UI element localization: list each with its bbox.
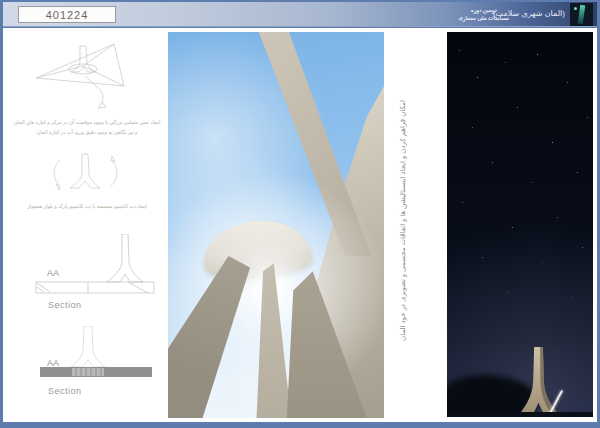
ground-line <box>447 412 593 417</box>
entry-number: 401224 <box>46 9 89 21</box>
entry-number-box: 401224 <box>18 6 116 23</box>
application-window: 401224 دومین دوره مسابقات ملی معماری (ال… <box>0 0 600 428</box>
rotation-diagram <box>43 150 128 200</box>
board-title: (المان شهری سلامت) <box>493 9 565 18</box>
vertical-note: امکان فراهم کردن و ایجاد اینستالیشن ها و… <box>399 100 407 378</box>
section2-title: Section <box>48 386 82 396</box>
board-content: ایجاد حس مقیاس بزرگی با وجود موقعیت آن د… <box>3 28 597 422</box>
axonometric-caption-line2: و نیز نگاهی به وجود دقیق ورود آب در کنار… <box>9 128 165 137</box>
section1-title: Section <box>48 300 82 310</box>
section-filled-sketch-icon <box>28 326 158 384</box>
night-monument-render <box>447 32 593 417</box>
rotation-sketch-icon <box>43 150 128 200</box>
axonometric-diagram <box>28 36 148 116</box>
competition-logo-icon <box>570 3 593 26</box>
section-filled-diagram <box>28 326 158 384</box>
section-outline-sketch-icon <box>28 234 158 298</box>
window-titlebar[interactable]: 401224 دومین دوره مسابقات ملی معماری (ال… <box>3 2 597 27</box>
axonometric-caption-line1: ایجاد حس مقیاس بزرگی با وجود موقعیت آن د… <box>9 118 165 127</box>
center-monument-render <box>168 32 384 418</box>
axonometric-sketch-icon <box>28 36 148 116</box>
rotation-caption: ایجاد دید کانتینیو مجسمه با دید کانتینیو… <box>9 202 165 211</box>
section-outline-diagram <box>28 234 158 298</box>
